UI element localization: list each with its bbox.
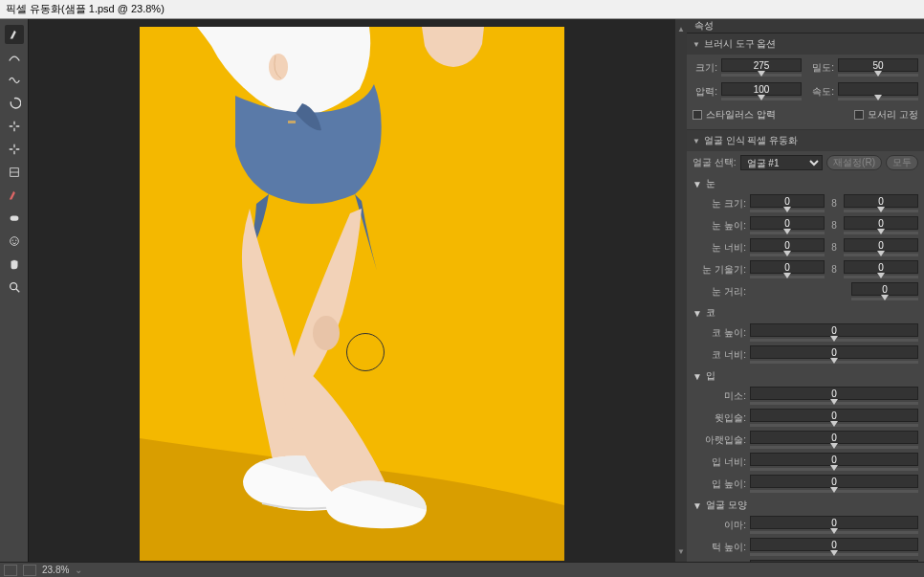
eye-size-label: 눈 크기: bbox=[693, 197, 746, 211]
tool-strip bbox=[0, 19, 29, 562]
eye-tilt-label: 눈 기울기: bbox=[693, 263, 746, 277]
nose-height-label: 코 높이: bbox=[693, 326, 746, 340]
twirl-tool[interactable] bbox=[5, 94, 24, 113]
link-icon[interactable]: 8 bbox=[828, 264, 840, 275]
eye-tilt-right-slider[interactable] bbox=[844, 276, 918, 278]
eye-size-right[interactable] bbox=[844, 194, 918, 208]
eye-width-label: 눈 너비: bbox=[693, 241, 746, 255]
pucker-tool[interactable] bbox=[5, 117, 24, 136]
brush-rate-label: 속도: bbox=[809, 85, 834, 99]
smile-slider[interactable] bbox=[750, 402, 918, 405]
eye-size-right-slider[interactable] bbox=[844, 210, 918, 212]
reconstruct-tool[interactable] bbox=[5, 48, 24, 67]
status-bar: 23.8% ⌄ bbox=[0, 562, 924, 577]
mouth-width-slider[interactable] bbox=[750, 468, 918, 471]
eyes-header[interactable]: ▼눈 bbox=[687, 174, 924, 193]
eye-height-left-slider[interactable] bbox=[750, 232, 825, 234]
eye-width-left[interactable] bbox=[750, 238, 825, 252]
canvas-area[interactable] bbox=[29, 19, 675, 562]
eye-distance-input[interactable] bbox=[851, 282, 918, 296]
thaw-mask-tool[interactable] bbox=[5, 209, 24, 228]
zoom-dropdown-icon[interactable]: ⌄ bbox=[75, 565, 82, 575]
svg-point-2 bbox=[11, 239, 12, 240]
brush-rate-slider[interactable] bbox=[838, 98, 918, 100]
stylus-pressure-checkbox[interactable] bbox=[693, 110, 702, 120]
mouth-height-label: 입 높이: bbox=[693, 477, 746, 491]
svg-rect-6 bbox=[288, 121, 296, 123]
nose-height-slider[interactable] bbox=[750, 339, 918, 342]
face-select-label: 얼굴 선택: bbox=[693, 156, 737, 169]
upper-lip-input[interactable] bbox=[750, 409, 918, 422]
eye-height-right[interactable] bbox=[844, 216, 918, 230]
stylus-pressure-label: 스타일러스 압력 bbox=[706, 108, 776, 122]
face-shape-header[interactable]: ▼얼굴 모양 bbox=[687, 496, 924, 515]
svg-point-3 bbox=[15, 239, 16, 240]
face-liquify-header[interactable]: ▼얼굴 인식 픽셀 유동화 bbox=[687, 130, 924, 151]
brush-size-label: 크기: bbox=[693, 61, 717, 75]
eye-tilt-left-slider[interactable] bbox=[750, 276, 825, 278]
eye-height-left[interactable] bbox=[750, 216, 825, 230]
nose-width-input[interactable] bbox=[750, 345, 918, 359]
nose-width-label: 코 너비: bbox=[693, 348, 746, 362]
upper-lip-slider[interactable] bbox=[750, 424, 918, 427]
smooth-tool[interactable] bbox=[5, 71, 24, 90]
eye-size-left[interactable] bbox=[750, 194, 825, 208]
hand-tool[interactable] bbox=[5, 255, 24, 274]
lower-lip-slider[interactable] bbox=[750, 446, 918, 449]
eye-size-left-slider[interactable] bbox=[750, 210, 825, 212]
link-icon[interactable]: 8 bbox=[828, 220, 840, 231]
forehead-label: 이마: bbox=[693, 519, 746, 532]
eye-width-left-slider[interactable] bbox=[750, 254, 825, 256]
svg-point-4 bbox=[10, 283, 16, 290]
zoom-level[interactable]: 23.8% bbox=[42, 565, 69, 575]
eye-tilt-right[interactable] bbox=[844, 260, 918, 274]
brush-size-slider[interactable] bbox=[721, 74, 802, 77]
eye-tilt-left[interactable] bbox=[750, 260, 825, 274]
mouth-height-slider[interactable] bbox=[750, 490, 918, 493]
svg-point-7 bbox=[313, 316, 340, 350]
panel-collapse-strip[interactable]: ▲▼ bbox=[675, 19, 687, 562]
statusbar-button-2[interactable] bbox=[23, 565, 36, 576]
smile-input[interactable] bbox=[750, 387, 918, 400]
brush-density-input[interactable] bbox=[838, 58, 918, 72]
brush-density-label: 밀도: bbox=[809, 61, 834, 75]
brush-pressure-input[interactable] bbox=[721, 82, 802, 96]
link-icon[interactable]: 8 bbox=[828, 198, 840, 209]
forward-warp-tool[interactable] bbox=[5, 25, 24, 44]
eye-width-right[interactable] bbox=[844, 238, 918, 252]
chin-height-input[interactable] bbox=[750, 538, 918, 551]
mouth-width-input[interactable] bbox=[750, 453, 918, 466]
face-reset-button[interactable]: 재설정(R) bbox=[826, 155, 882, 170]
eye-width-right-slider[interactable] bbox=[844, 254, 918, 256]
brush-size-input[interactable] bbox=[721, 58, 802, 72]
eye-height-right-slider[interactable] bbox=[844, 232, 918, 234]
mouth-header[interactable]: ▼입 bbox=[687, 366, 924, 386]
statusbar-button-1[interactable] bbox=[4, 565, 17, 576]
face-select-dropdown[interactable]: 얼굴 #1 bbox=[740, 155, 824, 170]
mouth-height-input[interactable] bbox=[750, 475, 918, 488]
eye-distance-slider[interactable] bbox=[851, 298, 918, 300]
panel-title: 속성 bbox=[687, 19, 924, 33]
brush-rate-input[interactable] bbox=[838, 82, 918, 96]
mouth-width-label: 입 너비: bbox=[693, 455, 746, 469]
nose-width-slider[interactable] bbox=[750, 361, 918, 364]
forehead-slider[interactable] bbox=[750, 531, 918, 534]
pin-edges-checkbox[interactable] bbox=[854, 110, 864, 120]
brush-density-slider[interactable] bbox=[838, 74, 918, 77]
zoom-tool[interactable] bbox=[5, 277, 24, 297]
link-icon[interactable]: 8 bbox=[828, 242, 840, 253]
lower-lip-input[interactable] bbox=[750, 431, 918, 444]
brush-options-header[interactable]: ▼브러시 도구 옵션 bbox=[687, 33, 924, 55]
push-left-tool[interactable] bbox=[5, 163, 24, 182]
face-all-button[interactable]: 모두 bbox=[886, 155, 918, 170]
nose-header[interactable]: ▼코 bbox=[687, 303, 924, 322]
bloat-tool[interactable] bbox=[5, 140, 24, 159]
chin-height-slider[interactable] bbox=[750, 553, 918, 556]
brush-pressure-slider[interactable] bbox=[721, 98, 802, 100]
upper-lip-label: 윗입술: bbox=[693, 411, 746, 425]
freeze-mask-tool[interactable] bbox=[5, 186, 24, 205]
nose-height-input[interactable] bbox=[750, 323, 918, 337]
window-title: 픽셀 유동화(샘플 1.psd @ 23.8%) bbox=[0, 0, 924, 19]
forehead-input[interactable] bbox=[750, 516, 918, 529]
face-tool[interactable] bbox=[5, 232, 24, 251]
